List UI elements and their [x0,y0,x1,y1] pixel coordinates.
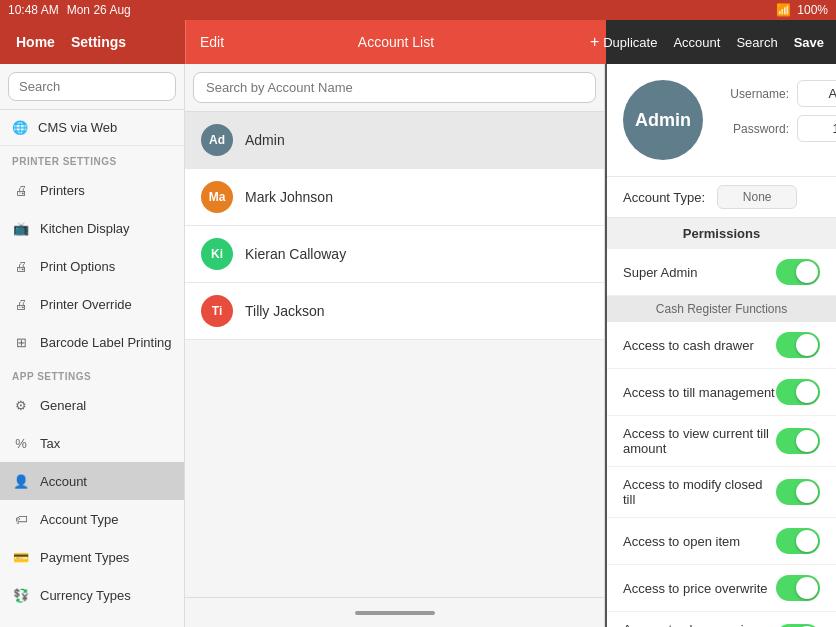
username-label: Username: [719,87,789,101]
super-admin-row: Super Admin [607,249,836,296]
perm-view-till: Access to view current till amount [607,416,836,467]
modify-till-toggle[interactable] [776,479,820,505]
username-row: Username: Admin [719,80,836,107]
account-type-row: Account Type: None [607,177,836,218]
date: Mon 26 Aug [67,3,131,17]
super-admin-label: Super Admin [623,265,697,280]
password-row: Password: 1234 [719,115,836,142]
main-layout: 🌐 CMS via Web PRINTER SETTINGS 🖨 Printer… [0,64,836,627]
avatar-tilly: Ti [201,295,233,327]
duplicate-label: Duplicate [603,35,657,50]
barcode-icon: ⊞ [12,333,30,351]
perm-modify-till: Access to modify closed till [607,467,836,518]
sidebar-item-payment-types[interactable]: 💳 Payment Types [0,538,184,576]
battery: 100% [797,3,828,17]
general-icon: ⚙ [12,396,30,414]
account-item-admin[interactable]: Ad Admin [185,112,604,169]
currency-icon: 💱 [12,586,30,604]
cash-drawer-label: Access to cash drawer [623,338,754,353]
sidebar-item-cms[interactable]: 🌐 CMS via Web [0,110,184,146]
list-title: Account List [358,34,434,50]
bottom-bar [185,597,604,627]
search-header-button[interactable]: Search [736,35,777,50]
account-search-container [185,64,604,112]
time: 10:48 AM [8,3,59,17]
plus-icon: + [590,33,599,51]
print-options-icon: 🖨 [12,257,30,275]
sidebar-item-account[interactable]: 👤 Account [0,462,184,500]
sidebar-item-barcode[interactable]: ⊞ Barcode Label Printing [0,323,184,361]
account-name-admin: Admin [245,132,285,148]
sidebar-item-general[interactable]: ⚙ General [0,386,184,424]
profile-avatar: Admin [623,80,703,160]
account-type-select[interactable]: None [717,185,797,209]
cash-drawer-toggle[interactable] [776,332,820,358]
sidebar-item-printer-override[interactable]: 🖨 Printer Override [0,285,184,323]
payment-icon: 💳 [12,548,30,566]
plus-button[interactable]: + Duplicate [590,33,658,51]
account-item-kieran[interactable]: Ki Kieran Calloway [185,226,604,283]
sidebar-item-print-options[interactable]: 🖨 Print Options [0,247,184,285]
open-item-label: Access to open item [623,534,740,549]
username-value[interactable]: Admin [797,80,836,107]
price-overwrite-label: Access to price overwrite [623,581,768,596]
permissions-header: Permissions [607,218,836,249]
modify-till-label: Access to modify closed till [623,477,776,507]
display-icon: 📺 [12,219,30,237]
avatar-kieran: Ki [201,238,233,270]
sidebar-item-tax[interactable]: % Tax [0,424,184,462]
avatar-admin: Ad [201,124,233,156]
profile-section: Admin Username: Admin Password: 1234 [607,64,836,177]
app-settings-label: APP SETTINGS [0,361,184,386]
wifi-icon: 📶 [776,3,791,17]
settings-button[interactable]: Settings [71,34,126,50]
sidebar-item-discount[interactable]: 🏷 Discount [0,614,184,627]
globe-icon: 🌐 [12,120,28,135]
sidebar-item-printers[interactable]: 🖨 Printers [0,171,184,209]
perm-price-overwrite: Access to price overwrite [607,565,836,612]
sidebar: 🌐 CMS via Web PRINTER SETTINGS 🖨 Printer… [0,64,185,627]
open-item-toggle[interactable] [776,528,820,554]
avatar-mark: Ma [201,181,233,213]
tax-icon: % [12,434,30,452]
header-middle: Edit Account List [185,20,606,64]
sidebar-item-currency[interactable]: 💱 Currency Types [0,576,184,614]
price-overwrite-toggle[interactable] [776,575,820,601]
view-till-toggle[interactable] [776,428,820,454]
edit-button[interactable]: Edit [200,34,224,50]
change-price-label: Access to change price level [623,622,776,627]
sidebar-search-container [0,64,184,110]
till-management-toggle[interactable] [776,379,820,405]
sidebar-search-input[interactable] [8,72,176,101]
account-type-label: Account Type: [623,190,705,205]
super-admin-toggle[interactable] [776,259,820,285]
account-button[interactable]: Account [673,35,720,50]
perm-change-price-level: Access to change price level [607,612,836,627]
sidebar-item-kitchen[interactable]: 📺 Kitchen Display [0,209,184,247]
save-button[interactable]: Save [794,35,824,50]
cash-register-divider: Cash Register Functions [607,296,836,322]
middle-panel: Ad Admin Ma Mark Johnson Ki Kieran Callo… [185,64,605,627]
profile-fields: Username: Admin Password: 1234 [719,80,836,150]
account-list: Ad Admin Ma Mark Johnson Ki Kieran Callo… [185,112,604,597]
password-value[interactable]: 1234 [797,115,836,142]
perm-open-item: Access to open item [607,518,836,565]
account-icon: 👤 [12,472,30,490]
home-button[interactable]: Home [16,34,55,50]
password-label: Password: [719,122,789,136]
sidebar-item-account-type[interactable]: 🏷 Account Type [0,500,184,538]
perm-till-management: Access to till management [607,369,836,416]
account-item-mark[interactable]: Ma Mark Johnson [185,169,604,226]
header: Home Settings Edit Account List + Duplic… [0,20,836,64]
right-panel: Admin Username: Admin Password: 1234 Acc… [605,64,836,627]
till-management-label: Access to till management [623,385,775,400]
account-type-icon: 🏷 [12,510,30,528]
perm-cash-drawer: Access to cash drawer [607,322,836,369]
account-item-tilly[interactable]: Ti Tilly Jackson [185,283,604,340]
cms-label: CMS via Web [38,120,117,135]
header-left: Home Settings [0,20,185,64]
scroll-indicator [355,611,435,615]
header-right: + Duplicate Account Search Save [606,20,836,64]
account-search-input[interactable] [193,72,596,103]
account-name-kieran: Kieran Calloway [245,246,346,262]
